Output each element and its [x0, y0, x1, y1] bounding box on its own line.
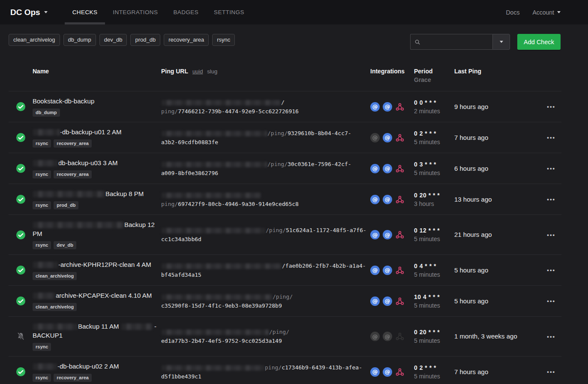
email-integration-icon[interactable]: @ [383, 296, 392, 306]
row-menu-cell: ••• [519, 102, 561, 112]
tab-badges[interactable]: BADGES [165, 0, 206, 24]
ping-url-text: 697427f9-80cb-4946-9a30-914e9ced65c8 [178, 201, 299, 207]
row-menu-button[interactable]: ••• [545, 102, 557, 112]
email-integration-icon[interactable]: @ [370, 164, 380, 173]
account-menu[interactable]: Account [532, 9, 561, 16]
ping-url-cell: /ping/30c0361e-7596-42cf-a009-8bf0e38627… [161, 160, 370, 178]
slug-toggle[interactable]: slug [207, 68, 217, 75]
check-name[interactable]: Backup 11 AM - [33, 322, 157, 331]
row-menu-button[interactable]: ••• [545, 367, 557, 377]
webhook-integration-icon[interactable] [395, 133, 405, 142]
check-name[interactable]: -db-backup-u01 2 AM [33, 127, 157, 136]
check-row[interactable]: archive-KPCAPEX-clean 4.10 AMclean_archi… [9, 285, 561, 316]
check-row[interactable]: -db-backup-u01 2 AMrsyncrecovery_area/pi… [9, 122, 561, 153]
tab-checks[interactable]: CHECKS [65, 0, 105, 24]
tab-integrations[interactable]: INTEGRATIONS [105, 0, 165, 24]
check-tag: rsync [33, 139, 51, 148]
check-row[interactable]: Backup 8 PMrsyncprod_dbping/697427f9-80c… [9, 184, 561, 215]
email-integration-icon[interactable]: @ [383, 133, 392, 142]
check-name[interactable]: Backup 8 PM [33, 189, 157, 198]
check-name-cell: -db-backup-u01 2 AMrsyncrecovery_area [33, 127, 161, 148]
row-menu-button[interactable]: ••• [545, 230, 557, 240]
ping-url-cell: /ping/c35290f8-15d7-4f1c-9eb3-08e39a9728… [161, 292, 370, 310]
check-tag: db_dump [33, 109, 60, 117]
check-name[interactable]: archive-KPCAPEX-clean 4.10 AM [33, 291, 157, 300]
email-integration-icon[interactable]: @ [383, 230, 392, 239]
period-cell: 0 3 * * *5 minutes [414, 161, 454, 176]
email-integration-icon[interactable]: @ [370, 102, 380, 112]
tag-filter-dev_db[interactable]: dev_db [99, 34, 127, 46]
ping-url-line1: / [161, 98, 366, 107]
check-name[interactable]: Bookstack-db-backup [33, 97, 157, 106]
email-integration-icon[interactable]: @ [383, 102, 392, 112]
tag-filter-clean_archivelog[interactable]: clean_archivelog [9, 34, 60, 46]
check-row[interactable]: db-backup-u03 3 AMrsyncrecovery_area/pin… [9, 153, 561, 184]
check-tag: rsync [33, 374, 51, 382]
email-integration-icon[interactable]: @ [370, 266, 380, 275]
tab-settings[interactable]: SETTINGS [206, 0, 252, 24]
email-integration-icon[interactable]: @ [383, 164, 392, 173]
email-integration-icon[interactable]: @ [383, 367, 392, 377]
row-menu-cell: ••• [519, 367, 561, 377]
tag-filter-rsync[interactable]: rsync [212, 34, 235, 46]
webhook-integration-icon[interactable] [395, 164, 405, 173]
last-ping-value: 1 month, 3 weeks ago [454, 332, 519, 341]
redacted-text [162, 330, 269, 335]
check-name[interactable]: db-backup-u03 3 AM [33, 158, 157, 167]
email-integration-icon[interactable]: @ [383, 332, 392, 341]
check-row[interactable]: -archive-KPHR12PR-clean 4 AMclean_archiv… [9, 254, 561, 285]
period-cron: 0 12 * * * [414, 227, 454, 234]
webhook-integration-icon[interactable] [395, 266, 405, 275]
uuid-toggle[interactable]: uuid [192, 68, 203, 75]
check-name[interactable]: -archive-KPHR12PR-clean 4 AM [33, 260, 157, 269]
project-switcher[interactable]: DC Ops [10, 0, 48, 24]
check-name-line2[interactable]: BACKUP1 [33, 331, 157, 340]
email-integration-icon[interactable]: @ [383, 195, 392, 204]
tag-filter-db_dump[interactable]: db_dump [63, 34, 96, 46]
check-name-text: -db-backup-u02 2 AM [57, 363, 119, 370]
check-name-text: db-backup-u03 3 AM [58, 159, 117, 166]
add-check-button[interactable]: Add Check [517, 34, 561, 50]
tag-filter-recovery_area[interactable]: recovery_area [164, 34, 209, 46]
webhook-integration-icon[interactable] [395, 102, 405, 112]
email-integration-icon[interactable]: @ [370, 332, 380, 341]
row-menu-cell: ••• [519, 332, 561, 342]
webhook-integration-icon[interactable] [395, 195, 405, 204]
row-menu-button[interactable]: ••• [545, 194, 557, 204]
integrations-cell: @@ [370, 164, 414, 173]
check-row[interactable]: Bookstack-db-backupdb_dump/ping/77466212… [9, 91, 561, 122]
email-integration-icon[interactable]: @ [370, 195, 380, 204]
row-menu-button[interactable]: ••• [545, 163, 557, 173]
grace-value: 3 hours [414, 200, 454, 207]
search-input[interactable] [423, 38, 489, 46]
row-menu-button[interactable]: ••• [545, 332, 557, 342]
email-integration-icon[interactable]: @ [370, 367, 380, 377]
search-filter-dropdown-button[interactable] [492, 34, 510, 50]
tag-filter-prod_db[interactable]: prod_db [130, 34, 160, 46]
webhook-integration-icon[interactable] [395, 367, 405, 377]
email-integration-icon[interactable]: @ [370, 230, 380, 239]
email-integration-icon[interactable]: @ [370, 296, 380, 306]
check-tag: recovery_area [54, 139, 92, 148]
account-label: Account [532, 9, 554, 16]
period-cell: 0 2 * * *5 minutes [414, 130, 454, 145]
webhook-integration-icon[interactable] [395, 332, 405, 341]
docs-link[interactable]: Docs [506, 9, 520, 16]
check-name[interactable]: -db-backup-u02 2 AM [33, 362, 157, 371]
integrations-cell: @@ [370, 102, 414, 112]
check-row[interactable]: -db-backup-u02 2 AMrsyncrecovery_areapin… [9, 356, 561, 384]
email-integration-icon[interactable]: @ [370, 133, 380, 142]
grace-value: 5 minutes [414, 337, 454, 344]
check-row[interactable]: Backup 12 PMrsyncdev_db/ping/51c624a1-11… [9, 215, 561, 254]
email-integration-icon[interactable]: @ [383, 266, 392, 275]
webhook-integration-icon[interactable] [395, 230, 405, 239]
row-menu-button[interactable]: ••• [545, 296, 557, 306]
check-row[interactable]: Backup 11 AM -BACKUP1rsync/ping/ed1a77b3… [9, 316, 561, 356]
redacted-text [162, 228, 265, 233]
check-name[interactable]: Backup 12 PM [33, 220, 157, 238]
webhook-integration-icon[interactable] [395, 296, 405, 306]
check-name-text: -db-backup-u01 2 AM [60, 128, 121, 136]
row-menu-button[interactable]: ••• [545, 133, 557, 142]
row-menu-button[interactable]: ••• [545, 265, 557, 275]
check-tags: rsyncrecovery_area [33, 374, 157, 382]
